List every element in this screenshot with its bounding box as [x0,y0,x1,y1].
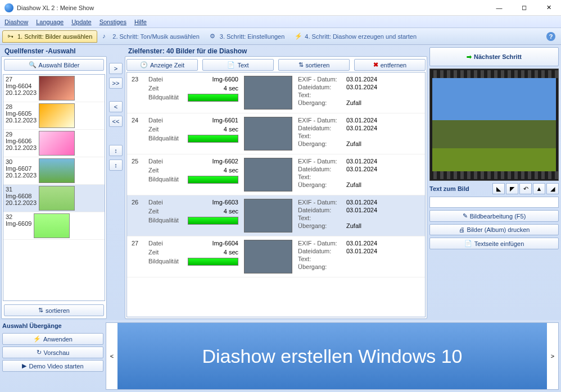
display-time-button[interactable]: Anzeige Zeit [126,59,198,71]
source-item[interactable]: 27Img-660420.12.2023 [3,75,105,102]
source-item[interactable]: 29Img-660620.12.2023 [3,130,105,157]
window-title: Diashow XL 2 : Meine Show [17,4,487,11]
step-2-tab[interactable]: 2. Schritt: Ton/Musik auswählen [97,30,204,43]
move-up-button[interactable]: ↕ [109,145,123,156]
source-sort-button[interactable]: sortieren [4,304,104,316]
target-item[interactable]: 27 DateiImg-6604 Zeit4 sec Bildqualität … [127,236,425,277]
target-sort-button[interactable]: sortieren [278,59,350,71]
transition-preview-banner: < Diashow erstellen Windows 10 > [106,322,559,390]
insert-text-page-button[interactable]: Textseite einfügen [429,238,559,249]
transfer-arrows: > >> < << ↕ ↕ [108,46,124,319]
step-tabs: 1. Schritt: Bilder auswählen 2. Schritt:… [0,28,561,45]
app-icon [4,3,13,12]
text-to-image-label: Text zum Bild [429,185,469,192]
text-button[interactable]: Text [202,59,274,71]
clock-icon [140,61,148,69]
transitions-heading: Auswahl Übergänge [2,322,103,331]
print-icon [459,226,465,233]
rotate-right-icon[interactable]: ◢ [546,183,559,194]
flip-v-icon[interactable]: ◤ [506,183,518,194]
refresh-icon: ↻ [37,349,42,356]
next-step-button[interactable]: Nächster Schritt [429,47,559,66]
target-list[interactable]: 23 DateiImg-6600 Zeit4 sec Bildqualität … [126,72,426,317]
bolt-icon [295,33,302,40]
menu-diashow[interactable]: Diashow [4,19,28,25]
target-item[interactable]: 25 DateiImg-6602 Zeit4 sec Bildqualität … [127,154,425,195]
help-icon[interactable]: ? [546,32,555,41]
remove-button[interactable]: ✖entfernen [354,59,426,71]
source-item[interactable]: 32Img-6609 [3,212,105,240]
sort-icon [38,307,43,314]
banner-prev-button[interactable]: < [106,323,117,389]
menu-update[interactable]: Update [71,19,91,25]
text-icon [227,61,235,69]
move-down-button[interactable]: ↕ [109,159,123,171]
move-all-right-button[interactable]: >> [109,78,123,89]
move-all-left-button[interactable]: << [109,116,123,127]
step-3-tab[interactable]: 3. Schritt: Einstellungen [205,30,290,43]
target-item[interactable]: 26 DateiImg-6603 Zeit4 sec Bildqualität … [127,195,425,236]
source-heading: Quellfenster -Auswahl [1,46,107,56]
preview-transition-button[interactable]: ↻Vorschau [2,347,103,358]
print-album-button[interactable]: Bilder (Album) drucken [429,224,559,235]
music-icon [102,33,110,40]
apply-transition-button[interactable]: Anwenden [2,333,103,345]
menu-language[interactable]: Language [36,19,64,25]
page-icon [464,240,472,247]
target-item[interactable]: 24 DateiImg-6601 Zeit4 sec Bildqualität … [127,113,425,154]
menu-hilfe[interactable]: Hilfe [134,19,147,25]
edit-icon [463,212,468,220]
step-4-tab[interactable]: 4. Schritt: Diashow erzeugen und starten [289,30,422,43]
play-icon [22,362,26,370]
bolt-icon [33,335,41,343]
source-item[interactable]: 30Img-660720.12.2023 [3,157,105,185]
image-edit-button[interactable]: Bildbearbeitung (F5) [429,210,559,222]
target-heading: Zielfenster: 40 Bilder für die Diashow [125,46,427,56]
menu-sonstiges[interactable]: Sonstiges [99,19,126,25]
flip-h-icon[interactable]: ◣ [492,183,505,194]
banner-next-button[interactable]: > [547,323,558,389]
key-icon [7,33,15,40]
gear-icon [210,33,218,40]
maximize-button[interactable]: ◻ [512,0,536,16]
target-item[interactable]: 23 DateiImg-6600 Zeit4 sec Bildqualität … [127,72,425,113]
source-item[interactable]: 28Img-660520.12.2023 [3,102,105,130]
mirror-icon[interactable]: ▲ [533,183,545,194]
source-list[interactable]: 27Img-660420.12.202328Img-660520.12.2023… [3,74,105,301]
banner-text: Diashow erstellen Windows 10 [117,323,547,389]
source-item[interactable]: 31Img-660820.12.2023 [3,185,105,212]
image-text-input[interactable] [429,197,559,208]
close-button[interactable]: ✕ [536,0,561,16]
move-left-button[interactable]: < [109,101,123,112]
rotate-left-icon[interactable]: ↶ [519,183,532,194]
sort-icon [298,61,304,69]
step-1-tab[interactable]: 1. Schritt: Bilder auswählen [2,30,97,43]
move-right-button[interactable]: > [109,63,123,74]
x-icon: ✖ [373,61,378,69]
menubar: Diashow Language Update Sonstiges Hilfe [0,16,561,28]
titlebar: Diashow XL 2 : Meine Show — ◻ ✕ [0,0,561,16]
select-images-button[interactable]: Auswahl Bilder [4,59,104,71]
demo-video-button[interactable]: Demo Video starten [2,360,103,372]
magnifier-icon [29,61,37,69]
minimize-button[interactable]: — [487,0,512,16]
arrow-right-icon [467,53,472,61]
preview-image [429,69,559,181]
